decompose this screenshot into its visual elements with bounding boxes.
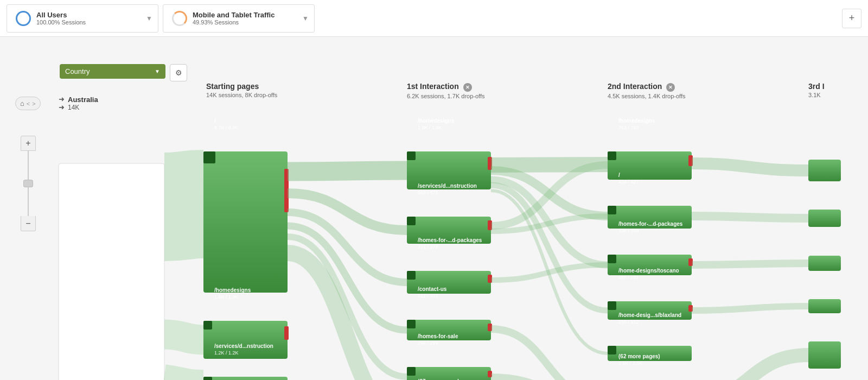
svg-rect-11 xyxy=(407,151,416,160)
nav-forward-icon[interactable]: > xyxy=(32,100,35,107)
second-blaxland-label: /home-desig...s/blaxland xyxy=(618,312,681,318)
zoom-controls: + − xyxy=(21,136,36,231)
svg-rect-3 xyxy=(203,151,215,163)
second-homedesigns-stats: 763 / 783 xyxy=(618,125,639,130)
svg-rect-43 xyxy=(808,210,841,227)
starting-node-slash-stats: 6.7K / 6.9K xyxy=(214,125,239,130)
first-interaction-close[interactable]: ✕ xyxy=(463,83,472,92)
country-label-area: ➜➜ Australia 14K xyxy=(59,95,98,111)
home-icon[interactable]: ⌂ xyxy=(20,99,24,107)
mobile-tablet-sessions: 49.93% Sessions xyxy=(193,19,275,26)
third-interaction-header: 3rd I 3.1K xyxy=(808,82,825,98)
first-forsale-label: /homes-for-sale xyxy=(418,333,458,339)
starting-node-slash-label: / xyxy=(214,118,216,124)
svg-rect-32 xyxy=(688,258,693,266)
second-blaxland-stats: 150 / 152 xyxy=(618,319,639,325)
first-homes-label: /homes-for-...d-packages xyxy=(418,237,482,243)
second-interaction-title: 2nd Interaction ✕ xyxy=(608,82,686,92)
first-interaction-title: 1st Interaction ✕ xyxy=(407,82,485,92)
second-more-label: (62 more pages) xyxy=(618,353,660,359)
svg-rect-15 xyxy=(407,271,491,294)
nav-arrows: ⌂ < > xyxy=(15,97,41,110)
mobile-tablet-segment[interactable]: Mobile and Tablet Traffic 49.93% Session… xyxy=(163,4,315,33)
second-interaction-header: 2nd Interaction ✕ 4.5K sessions, 1.4K dr… xyxy=(608,82,686,99)
country-name: Australia xyxy=(68,96,98,104)
all-users-sessions: 100.00% Sessions xyxy=(36,19,86,26)
svg-rect-42 xyxy=(808,160,841,181)
zoom-in-button[interactable]: + xyxy=(21,136,36,151)
settings-button[interactable]: ⚙ xyxy=(170,64,187,81)
gear-icon: ⚙ xyxy=(175,68,182,77)
svg-rect-44 xyxy=(808,256,841,271)
svg-rect-8 xyxy=(203,377,212,380)
svg-rect-19 xyxy=(488,324,492,331)
svg-rect-18 xyxy=(407,320,491,340)
svg-rect-36 xyxy=(608,301,616,310)
mobile-tablet-chevron: ▼ xyxy=(302,15,309,22)
first-homedesigns-stats: 1.9K / 1.9K xyxy=(418,125,442,130)
svg-rect-10 xyxy=(488,157,492,170)
svg-rect-16 xyxy=(488,275,492,283)
svg-rect-14 xyxy=(407,217,416,225)
second-homes-label: /homes-for-...d-packages xyxy=(618,221,682,227)
svg-rect-35 xyxy=(688,305,693,312)
svg-rect-20 xyxy=(407,320,416,328)
add-segment-button[interactable]: + xyxy=(842,9,861,28)
flow-svg xyxy=(0,74,868,380)
svg-rect-46 xyxy=(808,341,841,369)
first-contact-stats: 311 / 331 xyxy=(418,293,438,299)
zoom-track xyxy=(28,151,29,216)
svg-rect-45 xyxy=(808,299,841,313)
starting-services-label: /services/d...nstruction xyxy=(214,343,273,349)
starting-pages-sub: 14K sessions, 8K drop-offs xyxy=(206,92,277,98)
dropdown-chevron-icon: ▼ xyxy=(155,68,160,74)
second-homedesigns-label: /homedesigns xyxy=(618,118,655,124)
starting-pages-header: Starting pages 14K sessions, 8K drop-off… xyxy=(206,82,277,98)
svg-rect-29 xyxy=(608,206,692,229)
second-homes-stats: 336 / 339 xyxy=(618,228,639,233)
nav-back-icon[interactable]: < xyxy=(27,100,30,107)
svg-rect-1 xyxy=(203,151,288,293)
country-dropdown[interactable]: Country ▼ xyxy=(60,64,165,79)
svg-rect-31 xyxy=(608,255,692,275)
first-services-label: /services/d...nstruction xyxy=(418,183,477,189)
first-interaction-sub: 6.2K sessions, 1.7K drop-offs xyxy=(407,93,485,99)
first-forsale-stats: 296 / 299 xyxy=(418,340,438,346)
svg-rect-5 xyxy=(284,326,289,340)
starting-homedesigns-label: /homedesigns xyxy=(214,287,251,293)
segment-bar: All Users 100.00% Sessions ▼ Mobile and … xyxy=(0,0,868,37)
zoom-thumb[interactable] xyxy=(23,180,33,187)
svg-rect-4 xyxy=(203,321,288,359)
svg-rect-21 xyxy=(407,367,491,380)
svg-rect-2 xyxy=(284,169,289,212)
all-users-icon xyxy=(16,11,31,26)
second-interaction-sub: 4.5K sessions, 1.4K drop-offs xyxy=(608,93,686,99)
svg-rect-9 xyxy=(407,151,491,189)
starting-pages-title: Starting pages xyxy=(206,82,277,91)
svg-rect-6 xyxy=(203,321,212,330)
second-more-stats: 2.5K / 2.5K xyxy=(618,360,643,366)
mobile-tablet-icon xyxy=(172,11,187,26)
second-slash-label: / xyxy=(618,172,620,178)
svg-rect-23 xyxy=(407,367,416,376)
first-homes-stats: 371 / 378 xyxy=(418,244,438,250)
third-interaction-sub: 3.1K xyxy=(808,92,825,98)
second-interaction-close[interactable]: ✕ xyxy=(666,83,675,92)
svg-rect-38 xyxy=(608,346,616,354)
svg-rect-34 xyxy=(608,301,692,320)
second-toscano-label: /home-designs/toscano xyxy=(618,268,679,274)
svg-rect-30 xyxy=(608,206,616,214)
first-homedesigns-label: /homedesigns xyxy=(418,118,454,124)
first-interaction-header: 1st Interaction ✕ 6.2K sessions, 1.7K dr… xyxy=(407,82,485,99)
starting-homedesigns-stats: 1.8K / 1.9K xyxy=(214,294,239,300)
svg-rect-17 xyxy=(407,271,416,280)
mobile-tablet-name: Mobile and Tablet Traffic xyxy=(193,11,275,19)
svg-rect-37 xyxy=(608,346,692,361)
zoom-out-button[interactable]: − xyxy=(21,216,36,231)
all-users-segment[interactable]: All Users 100.00% Sessions ▼ xyxy=(7,4,158,33)
svg-rect-22 xyxy=(488,371,492,377)
first-contact-label: /contact-us xyxy=(418,286,446,292)
svg-rect-33 xyxy=(608,255,616,263)
second-toscano-stats: 285 / 291 xyxy=(618,275,639,280)
second-slash-stats: 424 / 427 xyxy=(618,179,639,185)
